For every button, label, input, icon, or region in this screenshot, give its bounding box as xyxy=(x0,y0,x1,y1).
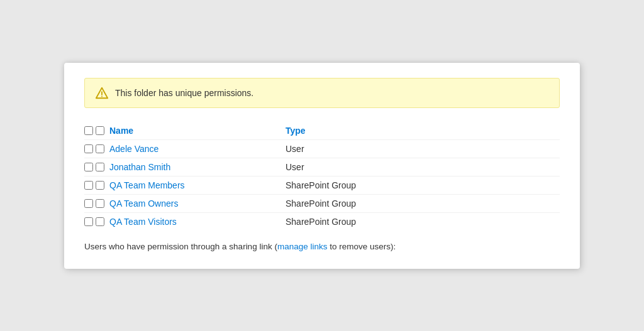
footer-text: Users who have permission through a shar… xyxy=(84,242,560,251)
permissions-table: Name Type Adele Vance User Jonathan Smit… xyxy=(84,122,560,231)
row-checkbox-1-4[interactable] xyxy=(84,217,93,226)
header-checkbox-1[interactable] xyxy=(84,126,93,135)
row-name-1[interactable]: Jonathan Smith xyxy=(109,162,286,172)
warning-icon xyxy=(95,86,109,100)
footer-text-after: to remove users): xyxy=(327,242,396,251)
column-header-type: Type xyxy=(286,126,560,136)
column-header-name: Name xyxy=(109,126,286,136)
alert-message: This folder has unique permissions. xyxy=(115,88,253,98)
manage-links-link[interactable]: manage links xyxy=(277,242,328,251)
row-checkbox-1-0[interactable] xyxy=(84,144,93,153)
alert-banner: This folder has unique permissions. xyxy=(84,78,560,108)
row-checkbox-2-1[interactable] xyxy=(96,163,104,171)
row-checkbox-2-3[interactable] xyxy=(96,199,104,208)
row-checkbox-2-4[interactable] xyxy=(96,217,104,226)
row-type-3: SharePoint Group xyxy=(286,198,560,209)
row-checkbox-1-2[interactable] xyxy=(84,181,93,190)
table-row: QA Team Visitors SharePoint Group xyxy=(84,213,560,231)
row-checkbox-1-3[interactable] xyxy=(84,199,93,208)
footer-text-before: Users who have permission through a shar… xyxy=(84,242,277,251)
table-row: QA Team Members SharePoint Group xyxy=(84,176,560,195)
header-checkbox-2[interactable] xyxy=(96,126,104,135)
table-row: Adele Vance User xyxy=(84,140,560,158)
row-type-4: SharePoint Group xyxy=(286,217,560,227)
row-checkbox-2-0[interactable] xyxy=(96,144,104,153)
table-body: Adele Vance User Jonathan Smith User QA … xyxy=(84,140,560,231)
row-name-2[interactable]: QA Team Members xyxy=(109,180,286,190)
svg-point-1 xyxy=(101,95,103,97)
table-header-row: Name Type xyxy=(84,122,560,140)
row-type-0: User xyxy=(286,144,560,154)
table-row: QA Team Owners SharePoint Group xyxy=(84,195,560,213)
row-name-3[interactable]: QA Team Owners xyxy=(109,198,286,209)
row-type-2: SharePoint Group xyxy=(286,180,560,190)
row-name-0[interactable]: Adele Vance xyxy=(109,144,286,154)
permissions-card: This folder has unique permissions. Name… xyxy=(64,63,580,269)
row-name-4[interactable]: QA Team Visitors xyxy=(109,217,286,227)
table-row: Jonathan Smith User xyxy=(84,158,560,176)
row-checkbox-2-2[interactable] xyxy=(96,181,104,190)
row-checkbox-1-1[interactable] xyxy=(84,163,93,171)
row-type-1: User xyxy=(286,162,560,172)
